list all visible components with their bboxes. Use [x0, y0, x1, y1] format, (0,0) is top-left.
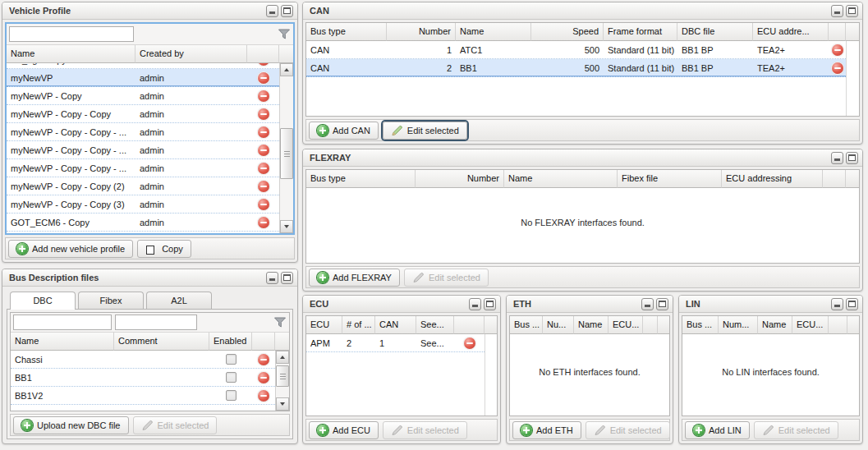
table-row-clipped[interactable]: BF_ng - Copy admin: [7, 63, 279, 69]
edit-selected-button[interactable]: Edit selected: [383, 122, 467, 140]
table-row[interactable]: myNewVP - Copy - Copy - ... admin: [7, 123, 279, 141]
table-row[interactable]: APM 2 1 See...: [306, 334, 485, 352]
table-row[interactable]: GOT_ECM6 - Copy admin: [7, 214, 279, 232]
edit-selected-button[interactable]: Edit selected: [133, 416, 218, 434]
enabled-checkbox[interactable]: [226, 390, 237, 401]
column-header-name[interactable]: Name: [11, 333, 114, 351]
maximize-button[interactable]: [656, 298, 668, 310]
column-header-bus-type[interactable]: Bus type: [306, 170, 416, 188]
column-header-ecu-addressing[interactable]: ECU addressing: [722, 170, 823, 188]
filter-funnel-icon[interactable]: [273, 317, 287, 328]
table-row-clipped[interactable]: [7, 232, 279, 233]
column-header-name[interactable]: Name: [574, 316, 609, 334]
column-header-actions[interactable]: [823, 170, 846, 188]
column-header-name[interactable]: Name: [504, 170, 618, 188]
column-header-ecu[interactable]: ECU...: [609, 316, 643, 334]
enabled-checkbox[interactable]: [226, 354, 237, 365]
minimize-button[interactable]: [469, 298, 481, 310]
filter-funnel-icon[interactable]: [278, 29, 291, 39]
remove-icon[interactable]: [832, 44, 843, 56]
table-row[interactable]: myNewVP - Copy - Copy - ... admin: [7, 141, 279, 159]
table-row[interactable]: BB1: [11, 369, 275, 387]
remove-icon[interactable]: [258, 163, 269, 174]
edit-selected-button[interactable]: Edit selected: [586, 421, 670, 439]
column-header-number[interactable]: Nu...: [543, 316, 574, 334]
column-header-bus-type[interactable]: Bus type: [306, 23, 387, 41]
edit-selected-button[interactable]: Edit selected: [754, 421, 838, 439]
maximize-button[interactable]: [281, 5, 293, 17]
maximize-button[interactable]: [484, 298, 496, 310]
table-row[interactable]: myNewVP - Copy admin: [7, 87, 279, 105]
maximize-button[interactable]: [281, 272, 293, 284]
scroll-down-button[interactable]: [280, 220, 293, 233]
remove-icon[interactable]: [258, 72, 269, 84]
remove-icon[interactable]: [258, 90, 269, 102]
column-header-num-of[interactable]: # of ...: [342, 316, 375, 334]
minimize-button[interactable]: [266, 272, 278, 284]
minimize-button[interactable]: [831, 152, 843, 164]
comment-filter-input[interactable]: [115, 315, 197, 330]
remove-icon[interactable]: [258, 372, 269, 383]
tab-fibex[interactable]: Fibex: [78, 292, 144, 309]
remove-icon[interactable]: [258, 181, 269, 192]
scroll-up-button[interactable]: [280, 63, 293, 76]
column-header-can[interactable]: CAN: [375, 316, 416, 334]
add-ecu-button[interactable]: Add ECU: [309, 421, 379, 439]
remove-icon[interactable]: [258, 145, 269, 156]
lin-header[interactable]: LIN: [679, 296, 862, 313]
remove-icon[interactable]: [258, 63, 269, 66]
edit-selected-button[interactable]: Edit selected: [404, 269, 489, 287]
scroll-track[interactable]: [276, 364, 289, 397]
column-header-actions[interactable]: [643, 316, 658, 334]
minimize-button[interactable]: [831, 298, 843, 310]
eth-header[interactable]: ETH: [507, 296, 673, 313]
add-lin-button[interactable]: Add LIN: [685, 421, 750, 439]
column-header-number[interactable]: Number: [416, 170, 504, 188]
remove-icon[interactable]: [258, 354, 269, 365]
column-header-actions[interactable]: [252, 333, 275, 351]
scroll-up-button[interactable]: [276, 351, 289, 364]
column-header-bus-type[interactable]: Bus ...: [510, 316, 543, 334]
column-header-comment[interactable]: Comment: [114, 333, 209, 351]
maximize-button[interactable]: [846, 152, 858, 164]
vehicle-profile-header[interactable]: Vehicle Profile: [2, 2, 297, 20]
column-header-ecu[interactable]: ECU...: [792, 316, 829, 334]
column-header-dbc-file[interactable]: DBC file: [677, 23, 753, 41]
remove-icon[interactable]: [258, 199, 269, 210]
maximize-button[interactable]: [846, 298, 858, 310]
column-header-actions[interactable]: [829, 316, 847, 334]
vertical-scrollbar[interactable]: [279, 63, 293, 233]
table-row[interactable]: myNewVP - Copy - Copy (2) admin: [7, 177, 279, 195]
scroll-track[interactable]: [280, 76, 293, 220]
edit-selected-button[interactable]: Edit selected: [383, 421, 467, 439]
minimize-button[interactable]: [831, 5, 843, 17]
minimize-button[interactable]: [641, 298, 654, 310]
table-row[interactable]: CAN 1 ATC1 500 Standard (11 bit) BB1 BP …: [306, 41, 846, 59]
column-header-number[interactable]: Number: [387, 23, 456, 41]
column-header-fibex-file[interactable]: Fibex file: [618, 170, 722, 188]
column-header-bus-type[interactable]: Bus ...: [682, 316, 719, 334]
scroll-down-button[interactable]: [276, 397, 289, 411]
column-header-speed[interactable]: Speed: [531, 23, 604, 41]
table-row[interactable]: Chassi: [11, 351, 275, 369]
maximize-button[interactable]: [846, 5, 858, 17]
remove-icon[interactable]: [832, 62, 843, 74]
table-row[interactable]: CAN 2 BB1 500 Standard (11 bit) BB1 BP T…: [306, 59, 846, 77]
table-row[interactable]: myNewVP - Copy - Copy (3) admin: [7, 195, 279, 214]
can-header[interactable]: CAN: [303, 2, 862, 20]
column-header-ecu-addressing[interactable]: ECU addre...: [753, 23, 829, 41]
upload-dbc-button[interactable]: Upload new DBC file: [13, 416, 129, 434]
table-row[interactable]: myNewVP - Copy - Copy - ... admin: [7, 159, 279, 177]
column-header-actions[interactable]: [829, 23, 846, 41]
name-filter-input[interactable]: [9, 26, 134, 42]
table-row[interactable]: myNewVP admin: [7, 69, 279, 87]
enabled-checkbox[interactable]: [226, 372, 237, 383]
ecu-header[interactable]: ECU: [303, 296, 500, 313]
column-header-actions[interactable]: [454, 316, 485, 334]
vertical-scrollbar[interactable]: [275, 351, 289, 411]
copy-button[interactable]: Copy: [137, 240, 191, 258]
column-header-enabled[interactable]: Enabled: [209, 333, 252, 351]
add-vehicle-profile-button[interactable]: Add new vehicle profile: [8, 240, 133, 258]
column-header-name[interactable]: Name: [758, 316, 792, 334]
remove-icon[interactable]: [258, 126, 269, 138]
